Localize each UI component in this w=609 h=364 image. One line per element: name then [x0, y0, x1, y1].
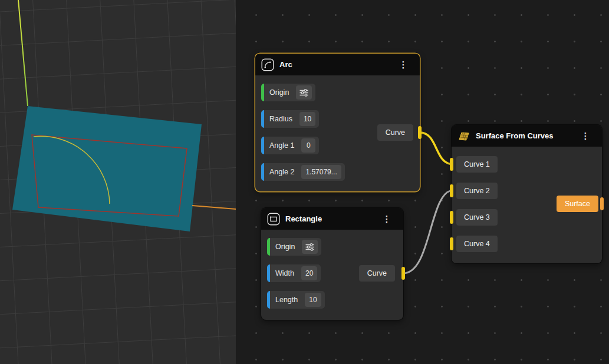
surface-icon — [457, 130, 470, 143]
curve2-input-port[interactable] — [450, 184, 453, 197]
curve3-input[interactable]: Curve 3 — [456, 209, 498, 226]
arc-curve-output[interactable]: Curve — [377, 124, 413, 141]
arc-angle2-value[interactable]: 1.57079... — [301, 165, 341, 179]
wire-rectangle-to-curve2[interactable] — [403, 190, 453, 273]
wire-arc-to-curve1[interactable] — [420, 133, 453, 164]
curve3-input-port[interactable] — [450, 211, 453, 224]
arc-angle2-label: Angle 2 — [269, 168, 294, 176]
width-accent — [267, 264, 270, 282]
rectangle-width-value[interactable]: 20 — [301, 266, 317, 280]
rectangle-curve-output[interactable]: Curve — [359, 265, 395, 282]
curve1-input[interactable]: Curve 1 — [456, 156, 498, 173]
rectangle-icon — [267, 213, 280, 226]
curve4-input-port[interactable] — [450, 237, 453, 250]
curve4-input[interactable]: Curve 4 — [456, 236, 498, 252]
x-axis — [192, 206, 236, 209]
arc-radius-row[interactable]: Radius 10 — [261, 110, 319, 128]
rectangle-curve-output-port[interactable] — [401, 267, 405, 280]
arc-origin-sliders-button[interactable] — [296, 85, 312, 100]
arc-radius-value[interactable]: 10 — [299, 112, 315, 126]
node-surface-from-curves[interactable]: Surface From Curves ⋮ Curve 1 Curve 2 Cu… — [452, 125, 602, 263]
surface-preview — [12, 106, 202, 231]
surface-from-curves-header[interactable]: Surface From Curves ⋮ — [452, 125, 602, 147]
curve1-input-row: Curve 1 — [456, 156, 498, 173]
angle2-accent — [261, 163, 264, 181]
surface-output-port[interactable] — [600, 197, 604, 210]
arc-title: Arc — [279, 60, 292, 69]
rectangle-length-row[interactable]: Length 10 — [267, 291, 325, 309]
curve4-input-row: Curve 4 — [456, 236, 498, 252]
radius-accent — [261, 110, 264, 128]
arc-angle2-row[interactable]: Angle 2 1.57079... — [261, 163, 345, 181]
surface-from-curves-menu-button[interactable]: ⋮ — [580, 131, 591, 141]
rectangle-width-row[interactable]: Width 20 — [267, 264, 321, 282]
rectangle-menu-button[interactable]: ⋮ — [381, 214, 393, 224]
arc-icon — [261, 58, 274, 71]
3d-viewport[interactable] — [0, 0, 236, 364]
viewport-scene — [0, 0, 236, 364]
surface-output[interactable]: Surface — [557, 196, 598, 212]
rectangle-length-value[interactable]: 10 — [305, 293, 321, 307]
node-canvas[interactable]: Arc ⋮ Origin — [236, 0, 609, 364]
rectangle-length-label: Length — [275, 296, 298, 304]
rectangle-width-label: Width — [275, 269, 294, 277]
angle1-accent — [261, 137, 264, 154]
app-window: Arc ⋮ Origin — [0, 0, 609, 364]
rectangle-origin-row[interactable]: Origin — [267, 238, 321, 256]
y-axis — [18, 0, 28, 106]
arc-curve-output-port[interactable] — [418, 126, 422, 139]
sliders-icon — [299, 89, 308, 97]
arc-origin-row[interactable]: Origin — [261, 84, 315, 101]
length-accent — [267, 291, 270, 309]
arc-menu-button[interactable]: ⋮ — [397, 59, 409, 70]
origin-accent — [261, 84, 264, 101]
sliders-icon — [305, 243, 314, 251]
node-rectangle[interactable]: Rectangle ⋮ Origin — [261, 208, 403, 320]
origin-accent — [267, 238, 270, 256]
node-arc[interactable]: Arc ⋮ Origin — [255, 54, 420, 191]
rectangle-origin-sliders-button[interactable] — [302, 240, 318, 254]
surface-from-curves-title: Surface From Curves — [476, 131, 554, 140]
arc-radius-label: Radius — [269, 115, 292, 123]
arc-header[interactable]: Arc ⋮ — [255, 54, 420, 75]
arc-angle1-row[interactable]: Angle 1 0 — [261, 137, 319, 154]
rectangle-origin-label: Origin — [275, 243, 295, 251]
curve2-input[interactable]: Curve 2 — [456, 183, 498, 199]
curve2-input-row: Curve 2 — [456, 183, 498, 199]
curve3-input-row: Curve 3 — [456, 209, 498, 226]
arc-origin-label: Origin — [269, 88, 289, 97]
rectangle-header[interactable]: Rectangle ⋮ — [261, 208, 403, 230]
rectangle-title: Rectangle — [285, 214, 322, 223]
arc-angle1-value[interactable]: 0 — [301, 138, 315, 153]
arc-angle1-label: Angle 1 — [269, 141, 294, 150]
curve1-input-port[interactable] — [450, 158, 453, 171]
